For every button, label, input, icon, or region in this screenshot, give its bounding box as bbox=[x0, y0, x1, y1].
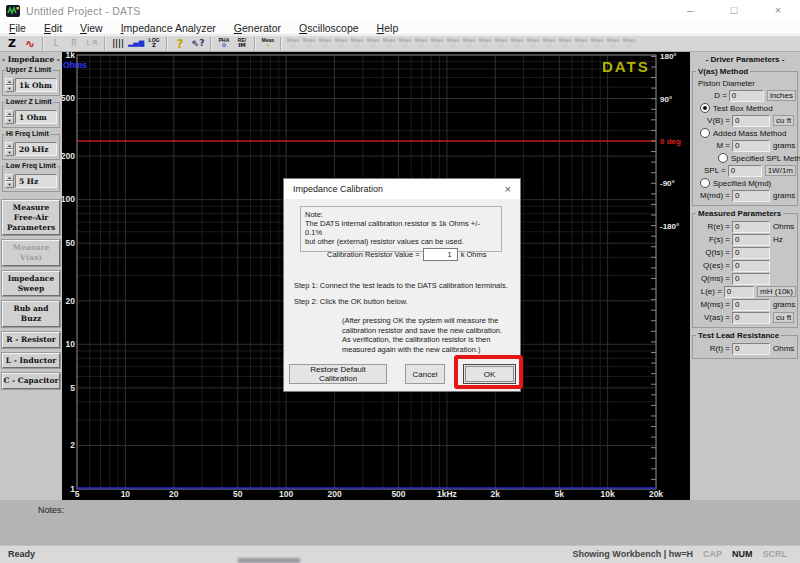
unit-ohms: Ohms bbox=[773, 344, 794, 353]
v-as-input[interactable]: 0 bbox=[732, 312, 770, 324]
unit-hz: Hz bbox=[773, 235, 783, 244]
meas-slot-glyph: ▭ bbox=[594, 43, 599, 49]
upper-z-limit-group: Upper Z Limit▲▼1k Ohm bbox=[2, 70, 60, 96]
comb-generator-icon[interactable]: |||| bbox=[110, 36, 127, 51]
phase-icon[interactable]: PHA⊙ bbox=[216, 36, 233, 51]
impedance-sweep-button[interactable]: ImpedanceSweep bbox=[2, 271, 60, 297]
menu-view[interactable]: View bbox=[71, 22, 112, 34]
toolbar: Z∿LRL·R||||▂▄▆LOGZ?⇖?PHA⊙RE/IMMeas∿Meas▭… bbox=[0, 35, 800, 52]
real-imaginary-glyph: IM bbox=[238, 43, 246, 49]
y-tick-label: 500 bbox=[62, 93, 75, 103]
unit-mh-10k[interactable]: mH (10k) bbox=[757, 286, 796, 297]
radio-test-box-method[interactable] bbox=[700, 103, 710, 113]
low-freq-limit-spinner[interactable]: ▲▼ bbox=[5, 174, 14, 188]
dialog-title-bar[interactable]: Impedance Calibration × bbox=[284, 179, 520, 199]
y-tick-label: 100 bbox=[62, 194, 75, 204]
l-inductor-button[interactable]: L - Inductor bbox=[2, 353, 60, 369]
hi-freq-limit-value[interactable]: 20 kHz bbox=[15, 142, 57, 156]
radio-added-mass-method[interactable] bbox=[700, 128, 710, 138]
upper-z-limit-label: Upper Z Limit bbox=[5, 66, 52, 73]
specified-m-md-label: Specified M(md) bbox=[713, 179, 771, 188]
unit-grams: grams bbox=[773, 191, 795, 200]
q-ts-input[interactable]: 0 bbox=[732, 247, 770, 259]
low-freq-limit-value[interactable]: 5 Hz bbox=[15, 174, 57, 188]
log-scale-icon[interactable]: LOGZ bbox=[146, 36, 163, 51]
menu-generator[interactable]: Generator bbox=[225, 22, 290, 34]
meas-slot-glyph: ▭ bbox=[450, 43, 455, 49]
dialog-close-icon[interactable]: × bbox=[505, 179, 511, 199]
r-e-input[interactable]: 0 bbox=[732, 221, 770, 233]
restore-default-calibration-button[interactable]: Restore Default Calibration bbox=[289, 364, 387, 384]
c-capacitor-button[interactable]: C - Capacitor bbox=[2, 373, 60, 389]
upper-z-limit-value[interactable]: 1k Ohm bbox=[15, 78, 57, 92]
menu-help[interactable]: Help bbox=[368, 22, 408, 34]
calibration-resistor-input[interactable]: 1 bbox=[423, 248, 458, 261]
menu-impedance-analyzer[interactable]: Impedance Analyzer bbox=[112, 22, 225, 34]
r-resistor-button[interactable]: R - Resistor bbox=[2, 332, 60, 348]
real-imaginary-icon[interactable]: RE/IM bbox=[234, 36, 251, 51]
radio-specified-spl-method[interactable] bbox=[718, 153, 728, 163]
toolbar-separator bbox=[254, 37, 256, 50]
impedance-z-icon[interactable]: Z bbox=[4, 36, 21, 51]
spinner-down-icon[interactable]: ▼ bbox=[5, 181, 14, 188]
cancel-button[interactable]: Cancel bbox=[405, 364, 445, 384]
close-button[interactable]: × bbox=[756, 0, 800, 21]
lower-z-limit-value[interactable]: 1 Ohm bbox=[15, 110, 57, 124]
spinner-down-icon[interactable]: ▼ bbox=[5, 117, 14, 124]
calibration-resistor-unit: k Ohms bbox=[461, 250, 487, 259]
measurement-icon[interactable]: Meas∿ bbox=[260, 36, 277, 51]
sine-generator-icon[interactable]: ∿ bbox=[22, 36, 39, 51]
upper-z-limit-spinner[interactable]: ▲▼ bbox=[5, 78, 14, 92]
spinner-down-icon[interactable]: ▼ bbox=[5, 85, 14, 92]
m-md-input[interactable]: 0 bbox=[732, 190, 770, 202]
notes-area: Notes: bbox=[0, 500, 800, 545]
y-tick-label: 50 bbox=[66, 238, 76, 248]
q-es-input[interactable]: 0 bbox=[732, 260, 770, 272]
unit-cu-ft[interactable]: cu ft bbox=[773, 312, 794, 323]
field-row-r-t: R(t) =0Ohms bbox=[694, 342, 796, 355]
menu-edit[interactable]: Edit bbox=[35, 22, 71, 34]
spinner-up-icon[interactable]: ▲ bbox=[5, 142, 14, 149]
m-ms-input[interactable]: 0 bbox=[732, 299, 770, 311]
f-s-input[interactable]: 0 bbox=[732, 234, 770, 246]
unit-inches[interactable]: inches bbox=[767, 90, 796, 101]
spinner-up-icon[interactable]: ▲ bbox=[5, 78, 14, 85]
spinner-up-icon[interactable]: ▲ bbox=[5, 174, 14, 181]
context-help-icon[interactable]: ⇖? bbox=[190, 36, 207, 51]
d-input[interactable]: 0 bbox=[729, 90, 764, 102]
menu-oscilloscope[interactable]: Oscilloscope bbox=[290, 22, 368, 34]
q-ms-input[interactable]: 0 bbox=[732, 273, 770, 285]
spinner-up-icon[interactable]: ▲ bbox=[5, 110, 14, 117]
status-bar: Ready Showing Workbench | hw=H CAP NUM S… bbox=[0, 545, 800, 563]
log-scale-glyph: Z bbox=[152, 43, 156, 49]
v-b-input[interactable]: 0 bbox=[732, 115, 770, 127]
bar-chart-icon[interactable]: ▂▄▆ bbox=[128, 36, 145, 51]
calibration-resistor-row: Calibration Resistor Value = 1 k Ohms bbox=[327, 248, 497, 261]
minimize-button[interactable]: – bbox=[668, 0, 712, 21]
spinner-down-icon[interactable]: ▼ bbox=[5, 149, 14, 156]
r-t-input[interactable]: 0 bbox=[732, 343, 770, 355]
meas-slot-glyph: ▭ bbox=[562, 43, 567, 49]
unit-ohms: Ohms bbox=[773, 222, 794, 231]
help-icon[interactable]: ? bbox=[172, 36, 189, 51]
lower-z-limit-spinner[interactable]: ▲▼ bbox=[5, 110, 14, 124]
hi-freq-limit-spinner[interactable]: ▲▼ bbox=[5, 142, 14, 156]
measured-parameters-group: Measured ParametersR(e) =0OhmsF(s) =0HzQ… bbox=[692, 213, 798, 328]
maximize-button[interactable]: □ bbox=[712, 0, 756, 21]
unit-cu-ft[interactable]: cu ft bbox=[773, 115, 794, 126]
m-input[interactable]: 0 bbox=[732, 140, 770, 152]
l-e-input[interactable]: 0 bbox=[724, 286, 754, 298]
lower-z-limit-group: Lower Z Limit▲▼1 Ohm bbox=[2, 102, 60, 128]
spl-input[interactable]: 0 bbox=[728, 165, 762, 177]
ok-button[interactable]: OK bbox=[463, 364, 516, 384]
unit-1w-1m[interactable]: 1W/1m bbox=[765, 165, 796, 176]
measure-free-air-parameters-button[interactable]: MeasureFree-AirParameters bbox=[2, 200, 60, 235]
field-row-f-s: F(s) =0Hz bbox=[694, 233, 796, 246]
r-t-label: R(t) = bbox=[694, 344, 732, 353]
v-b-label: V(B) = bbox=[694, 116, 732, 125]
impedance-calibration-dialog: Impedance Calibration × Note: The DATS i… bbox=[283, 178, 521, 392]
meas-slot-icon: Meas▭ bbox=[542, 36, 557, 51]
radio-specified-m-md[interactable] bbox=[700, 178, 710, 188]
menu-file[interactable]: File bbox=[0, 22, 35, 34]
rub-and-buzz-button[interactable]: Rub and Buzz bbox=[2, 301, 60, 327]
